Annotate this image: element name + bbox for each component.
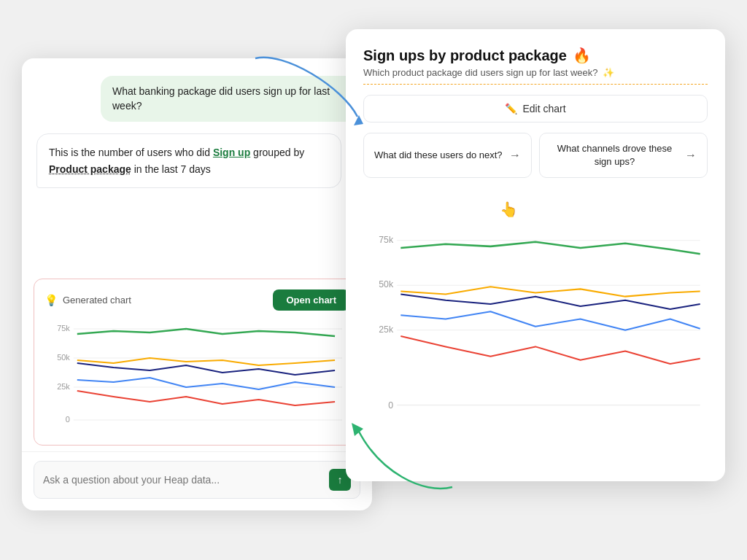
svg-text:75k: 75k	[57, 324, 70, 332]
svg-text:0: 0	[66, 415, 70, 424]
fire-icon: 🔥	[573, 47, 591, 64]
arrow-icon-1: →	[509, 147, 521, 163]
chart-panel: Sign ups by product package 🔥 Which prod…	[346, 29, 725, 481]
chart-card-header: 💡 Generated chart Open chart	[44, 289, 349, 311]
chat-input-wrapper: ↑	[34, 461, 360, 499]
svg-text:50k: 50k	[379, 280, 394, 290]
suggestion-2-text: What channels drove these sign ups?	[550, 142, 679, 168]
chat-input[interactable]	[43, 474, 323, 486]
chart-panel-header: Sign ups by product package 🔥 Which prod…	[346, 29, 725, 95]
arrow-icon-2: →	[685, 147, 697, 163]
user-message-text: What banking package did users sign up f…	[112, 85, 330, 112]
chart-subtitle: Which product package did users sign up …	[363, 67, 708, 85]
main-chart-svg: 75k 50k 25k 0	[363, 191, 708, 470]
open-chart-button[interactable]: Open chart	[273, 289, 349, 311]
chart-card: 💡 Generated chart Open chart 75k 50k 25k…	[34, 279, 360, 446]
suggestion-button-1[interactable]: What did these users do next? →	[363, 133, 532, 178]
edit-chart-button[interactable]: ✏️ Edit chart	[363, 95, 708, 122]
chart-title: Sign ups by product package 🔥	[363, 47, 708, 64]
chat-input-area: ↑	[22, 451, 372, 510]
mini-chart-svg: 75k 50k 25k 0	[44, 318, 349, 435]
chart-subtitle-text: Which product package did users sign up …	[363, 67, 598, 78]
sparkle-icon: ✨	[603, 67, 614, 78]
main-chart-container: 75k 50k 25k 0	[346, 191, 725, 481]
package-highlight: Product package	[49, 163, 131, 175]
suggestion-row: What did these users do next? → What cha…	[363, 133, 708, 178]
svg-text:0: 0	[388, 400, 393, 411]
system-msg-mid: grouped by	[250, 147, 304, 158]
signup-highlight: Sign up	[213, 147, 250, 158]
svg-text:75k: 75k	[379, 235, 394, 245]
system-msg-post: in the last 7 days	[131, 163, 211, 175]
svg-text:25k: 25k	[379, 324, 394, 335]
svg-text:50k: 50k	[57, 353, 70, 362]
edit-icon: ✏️	[505, 103, 517, 114]
generated-chart-label: Generated chart	[63, 295, 131, 306]
scene: What banking package did users sign up f…	[0, 0, 747, 560]
user-message-bubble: What banking package did users sign up f…	[101, 76, 357, 122]
system-msg-pre: This is the number of users who did	[49, 147, 213, 158]
svg-text:25k: 25k	[57, 382, 70, 391]
chat-messages: What banking package did users sign up f…	[22, 58, 372, 279]
chat-panel: What banking package did users sign up f…	[22, 58, 372, 510]
chart-title-text: Sign ups by product package	[363, 47, 567, 64]
bulb-icon: 💡	[44, 294, 58, 307]
suggestion-1-text: What did these users do next?	[374, 149, 503, 162]
edit-chart-label: Edit chart	[522, 103, 565, 114]
system-message-bubble: This is the number of users who did Sign…	[36, 133, 341, 188]
suggestion-button-2[interactable]: What channels drove these sign ups? →	[539, 133, 708, 178]
chart-card-title-label: 💡 Generated chart	[44, 294, 131, 307]
